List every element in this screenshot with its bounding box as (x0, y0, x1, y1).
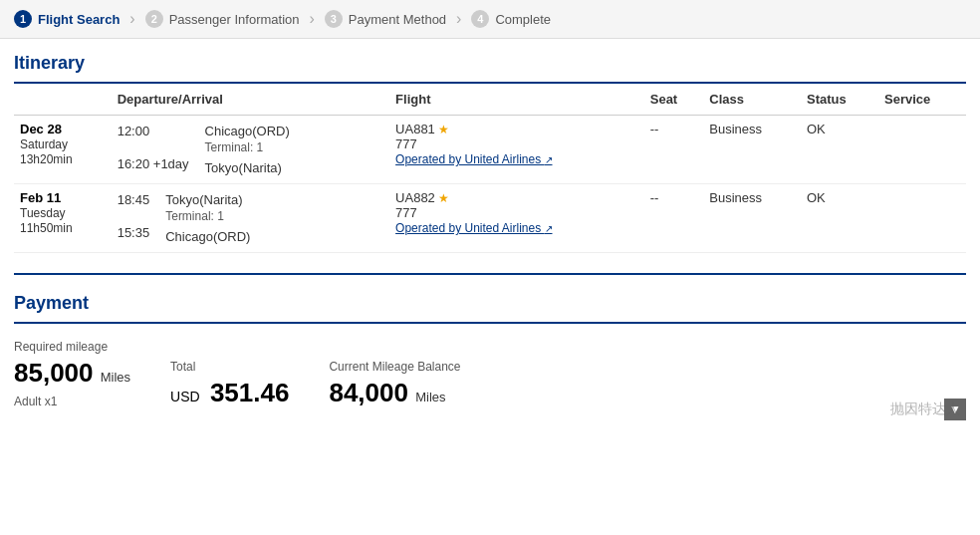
col-class: Class (703, 84, 801, 116)
step-1-number: 1 (14, 10, 32, 28)
duration-1: 11h50min (20, 221, 73, 235)
current-balance-item: Current Mileage Balance 84,000 Miles (329, 360, 460, 408)
times-places-cell-0: 12:00 16:20 +1day Chicago(ORD) Terminal:… (112, 116, 389, 184)
times-1: 18:45 15:35 (118, 190, 150, 246)
day-1: Tuesday (20, 206, 66, 220)
flight-cell-0: UA881 ★ 777 Operated by United Airlines … (389, 116, 644, 184)
arrive-place-1: Chicago(ORD) (165, 227, 250, 246)
watermark: 抛因特达人 (890, 401, 960, 418)
total-value: USD 351.46 (170, 378, 289, 408)
ext-link-icon-0: ↗ (545, 154, 553, 165)
date-0: Dec 28 (20, 122, 62, 136)
payment-grid: Required mileage 85,000 Miles Adult x1 T… (14, 324, 966, 418)
service-cell-1 (878, 184, 966, 253)
col-status: Status (801, 84, 878, 116)
col-service: Service (878, 84, 966, 116)
step-3-number: 3 (325, 10, 343, 28)
col-seat: Seat (644, 84, 704, 116)
depart-terminal-0: Terminal: 1 (205, 140, 290, 154)
step-4-number: 4 (471, 10, 489, 28)
flight-code-0: UA881 ★ (395, 122, 638, 136)
current-balance-value: 84,000 Miles (329, 378, 460, 408)
step-1-label: Flight Search (38, 12, 120, 27)
depart-place-1: Tokyo(Narita) (165, 190, 250, 209)
total-item: Total USD 351.46 (170, 360, 289, 408)
itinerary-title: Itinerary (14, 39, 966, 84)
aircraft-1: 777 (395, 205, 638, 220)
flight-cell-1: UA882 ★ 777 Operated by United Airlines … (389, 184, 644, 253)
day-0: Saturday (20, 137, 68, 151)
step-4-label: Complete (495, 12, 551, 27)
required-mileage-unit: Miles (101, 370, 130, 385)
col-flight: Flight (389, 84, 644, 116)
total-number: 351.46 (210, 378, 290, 407)
places-0: Chicago(ORD) Terminal: 1 Tokyo(Narita) (205, 122, 290, 177)
seat-cell-0: -- (644, 116, 704, 184)
current-balance-unit: Miles (415, 390, 445, 404)
payment-section: Payment Required mileage 85,000 Miles Ad… (14, 279, 966, 418)
date-cell-1: Feb 11 Tuesday 11h50min (14, 184, 112, 253)
flight-number-0: UA881 (395, 122, 435, 136)
step-3[interactable]: 3 Payment Method (325, 10, 446, 28)
step-2-label: Passenger Information (169, 12, 300, 27)
places-1: Tokyo(Narita) Terminal: 1 Chicago(ORD) (165, 190, 250, 246)
current-balance-number: 84,000 (329, 378, 408, 407)
table-row: Dec 28 Saturday 13h20min 12:00 16:20 +1d… (14, 116, 966, 184)
col-departure-arrival: Departure/Arrival (112, 84, 389, 116)
arrive-time-1: 15:35 (118, 223, 150, 242)
total-label: Total (170, 360, 289, 374)
step-2[interactable]: 2 Passenger Information (145, 10, 300, 28)
required-mileage-number: 85,000 (14, 358, 94, 388)
table-header-row: Departure/Arrival Flight Seat Class Stat… (14, 84, 966, 116)
col-date (14, 84, 112, 116)
operated-by-link-0[interactable]: Operated by United Airlines ↗ (395, 152, 552, 166)
flight-code-1: UA882 ★ (395, 190, 638, 205)
service-cell-0 (878, 116, 966, 184)
status-cell-0: OK (801, 116, 878, 184)
required-mileage-label: Required mileage (14, 340, 130, 354)
table-row: Feb 11 Tuesday 11h50min 18:45 15:35 Toky… (14, 184, 966, 253)
times-0: 12:00 16:20 +1day (118, 122, 189, 177)
date-cell-0: Dec 28 Saturday 13h20min (14, 116, 112, 184)
depart-time-1: 18:45 (118, 190, 150, 209)
step-sep-1: › (129, 10, 134, 28)
steps-bar: 1 Flight Search › 2 Passenger Informatio… (0, 0, 980, 39)
page-wrapper: 1 Flight Search › 2 Passenger Informatio… (0, 0, 980, 438)
aircraft-0: 777 (395, 136, 638, 151)
main-content: Itinerary Departure/Arrival Flight Seat … (0, 39, 980, 438)
step-4[interactable]: 4 Complete (471, 10, 551, 28)
adult-note: Adult x1 (14, 395, 130, 408)
total-currency: USD (170, 389, 200, 404)
arrive-place-0: Tokyo(Narita) (205, 158, 290, 177)
depart-time-0: 12:00 (118, 122, 189, 140)
times-places-cell-1: 18:45 15:35 Tokyo(Narita) Terminal: 1 Ch… (112, 184, 389, 253)
duration-0: 13h20min (20, 152, 73, 166)
required-mileage-value: 85,000 Miles (14, 358, 130, 389)
date-1: Feb 11 (20, 190, 61, 205)
section-divider (14, 273, 966, 275)
ext-link-icon-1: ↗ (545, 223, 553, 234)
star-icon-0: ★ (438, 123, 449, 136)
depart-terminal-1: Terminal: 1 (165, 209, 250, 223)
class-cell-0: Business (703, 116, 801, 184)
payment-title: Payment (14, 279, 966, 324)
itinerary-table: Departure/Arrival Flight Seat Class Stat… (14, 84, 966, 253)
step-3-label: Payment Method (349, 12, 446, 27)
step-sep-2: › (309, 10, 314, 28)
arrive-time-0: 16:20 +1day (118, 154, 189, 173)
required-mileage-item: Required mileage 85,000 Miles Adult x1 (14, 340, 130, 408)
depart-place-0: Chicago(ORD) (205, 122, 290, 140)
current-balance-label: Current Mileage Balance (329, 360, 460, 374)
flight-number-1: UA882 (395, 190, 435, 205)
step-2-number: 2 (145, 10, 163, 28)
class-cell-1: Business (703, 184, 801, 253)
star-icon-1: ★ (438, 191, 449, 205)
step-1[interactable]: 1 Flight Search (14, 10, 120, 28)
status-cell-1: OK (801, 184, 878, 253)
seat-cell-1: -- (644, 184, 704, 253)
step-sep-3: › (456, 10, 461, 28)
operated-by-link-1[interactable]: Operated by United Airlines ↗ (395, 221, 552, 235)
